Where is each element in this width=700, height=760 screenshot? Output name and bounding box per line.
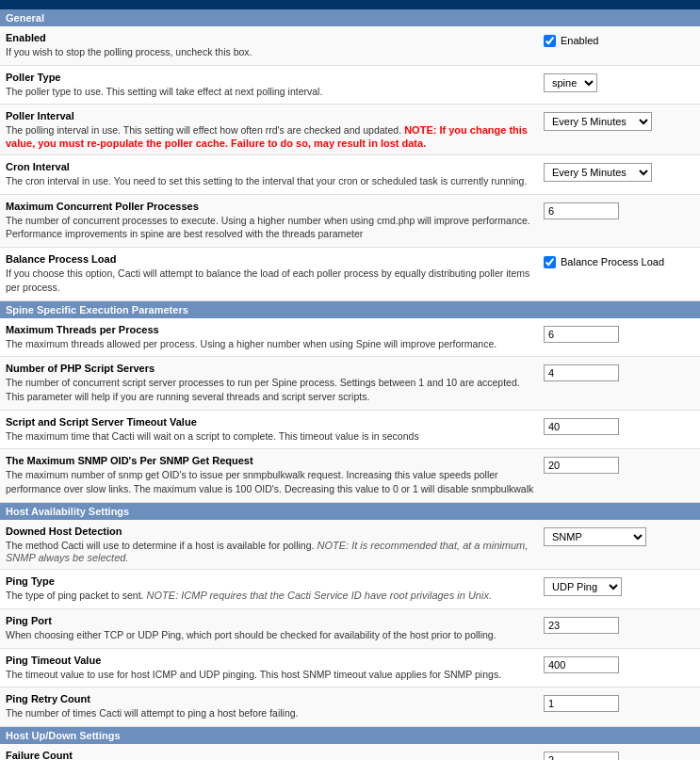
setting-control-script_timeout [544,416,694,435]
setting-row-failure_count: Failure Count The number of polling inte… [0,744,700,760]
setting-row-max_threads: Maximum Threads per Process The maximum … [0,318,700,358]
setting-control-enabled: Enabled [544,32,694,47]
setting-control-downed_host_detection: NonePingSNMPPing and SNMP [544,526,694,546]
setting-label-failure_count: Failure Count The number of polling inte… [6,750,544,760]
setting-row-php_script_servers: Number of PHP Script Servers The number … [0,357,700,410]
setting-control-poller_interval: Every 5 MinutesEvery 10 MinutesEvery 15 … [544,110,694,131]
setting-control-ping_timeout [544,655,694,673]
section-header-host_updown: Host Up/Down Settings [0,727,700,744]
setting-control-max_threads [544,324,694,343]
setting-label-max_snmp_oids: The Maximum SNMP OID's Per SNMP Get Requ… [6,455,544,495]
setting-title-ping_port: Ping Port [6,615,534,626]
setting-row-poller_interval: Poller Interval The polling interval in … [0,105,700,155]
select-downed_host_detection[interactable]: NonePingSNMPPing and SNMP [544,527,646,546]
setting-desc-ping_type: The type of ping packet to sent. [6,590,144,601]
setting-control-poller_type: cmdspine [544,72,694,92]
page-title [0,0,700,9]
setting-title-ping_type: Ping Type [6,575,534,587]
setting-title-enabled: Enabled [6,32,534,43]
setting-row-script_timeout: Script and Script Server Timeout Value T… [0,411,700,450]
setting-label-ping_retry: Ping Retry Count The number of times Cac… [6,693,544,720]
checkbox-label-enabled[interactable]: Enabled [544,34,598,47]
setting-row-max_snmp_oids: The Maximum SNMP OID's Per SNMP Get Requ… [0,449,700,502]
setting-title-max_threads: Maximum Threads per Process [6,324,534,335]
setting-row-max_concurrent_processes: Maximum Concurrent Poller Processes The … [0,195,700,248]
setting-label-poller_type: Poller Type The poller type to use. This… [6,72,544,99]
checkbox-enabled[interactable] [544,35,556,47]
input-php_script_servers[interactable] [544,364,619,381]
select-poller_interval[interactable]: Every 5 MinutesEvery 10 MinutesEvery 15 … [544,112,652,131]
setting-row-balance_process_load: Balance Process Load If you choose this … [0,248,700,300]
section-header-general: General [0,9,700,26]
page-wrapper: GeneralEnabled If you wish to stop the p… [0,0,700,760]
setting-label-enabled: Enabled If you wish to stop the polling … [6,32,544,59]
setting-row-ping_timeout: Ping Timeout Value The timeout value to … [0,649,700,688]
section-header-spine_specific: Spine Specific Execution Parameters [0,301,700,318]
setting-control-balance_process_load: Balance Process Load [544,253,694,268]
input-ping_retry[interactable] [544,695,619,712]
setting-control-php_script_servers [544,363,694,381]
setting-control-failure_count [544,750,694,760]
checkbox-label-balance_process_load[interactable]: Balance Process Load [544,255,664,268]
select-cron_interval[interactable]: Every 5 MinutesEvery 10 MinutesEvery 15 … [544,163,652,182]
setting-desc-ping_timeout: The timeout value to use for host ICMP a… [6,669,501,680]
input-max_snmp_oids[interactable] [544,457,619,474]
setting-desc-cron_interval: The cron interval in use. You need to se… [6,175,527,186]
setting-row-ping_port: Ping Port When choosing either TCP or UD… [0,609,700,649]
setting-label-cron_interval: Cron Interval The cron interval in use. … [6,161,544,188]
setting-label-max_concurrent_processes: Maximum Concurrent Poller Processes The … [6,201,544,241]
setting-desc-enabled: If you wish to stop the polling process,… [6,46,252,57]
setting-row-enabled: Enabled If you wish to stop the polling … [0,26,700,66]
setting-row-ping_retry: Ping Retry Count The number of times Cac… [0,687,700,727]
setting-desc-max_snmp_oids: The maximum number of snmp get OID's to … [6,469,533,494]
setting-label-max_threads: Maximum Threads per Process The maximum … [6,324,544,351]
setting-desc-php_script_servers: The number of concurrent script server p… [6,377,520,402]
setting-title-balance_process_load: Balance Process Load [6,253,534,265]
checkbox-text-enabled: Enabled [561,35,598,46]
setting-label-ping_type: Ping Type The type of ping packet to sen… [6,575,544,603]
setting-label-balance_process_load: Balance Process Load If you choose this … [6,253,544,294]
setting-label-php_script_servers: Number of PHP Script Servers The number … [6,363,544,403]
setting-desc-balance_process_load: If you choose this option, Cacti will at… [6,267,529,293]
setting-title-ping_retry: Ping Retry Count [6,693,534,704]
checkbox-balance_process_load[interactable] [544,256,556,268]
section-header-host_availability: Host Availability Settings [0,503,700,520]
setting-desc-max_threads: The maximum threads allowed per process.… [6,338,497,349]
setting-control-cron_interval: Every 5 MinutesEvery 10 MinutesEvery 15 … [544,161,694,182]
select-poller_type[interactable]: cmdspine [544,73,597,92]
setting-label-ping_port: Ping Port When choosing either TCP or UD… [6,615,544,642]
input-max_concurrent_processes[interactable] [544,202,619,219]
setting-desc-poller_interval: The polling interval in use. This settin… [6,124,401,136]
input-ping_timeout[interactable] [544,656,619,673]
input-max_threads[interactable] [544,326,619,343]
select-ping_type[interactable]: ICMP PingUDP PingTCP Ping [544,577,622,596]
setting-control-ping_type: ICMP PingUDP PingTCP Ping [544,575,694,596]
setting-title-ping_timeout: Ping Timeout Value [6,655,534,666]
setting-desc-ping_port: When choosing either TCP or UDP Ping, wh… [6,629,497,640]
setting-label-downed_host_detection: Downed Host Detection The method Cacti w… [6,526,544,564]
setting-title-script_timeout: Script and Script Server Timeout Value [6,416,534,428]
setting-title-max_snmp_oids: The Maximum SNMP OID's Per SNMP Get Requ… [6,455,534,466]
setting-title-cron_interval: Cron Interval [6,161,534,172]
setting-row-cron_interval: Cron Interval The cron interval in use. … [0,155,700,195]
setting-row-ping_type: Ping Type The type of ping packet to sen… [0,570,700,609]
setting-row-poller_type: Poller Type The poller type to use. This… [0,66,700,105]
setting-control-ping_port [544,615,694,634]
setting-italic-ping_type: NOTE: ICMP requires that the Cacti Servi… [144,590,492,601]
setting-title-max_concurrent_processes: Maximum Concurrent Poller Processes [6,201,534,212]
setting-label-script_timeout: Script and Script Server Timeout Value T… [6,416,544,444]
setting-control-max_snmp_oids [544,455,694,474]
checkbox-text-balance_process_load: Balance Process Load [561,256,664,267]
setting-desc-script_timeout: The maximum time that Cacti will wait on… [6,430,419,442]
sections-container: GeneralEnabled If you wish to stop the p… [0,9,700,760]
setting-desc-ping_retry: The number of times Cacti will attempt t… [6,707,298,719]
setting-title-poller_interval: Poller Interval [6,110,534,121]
setting-title-php_script_servers: Number of PHP Script Servers [6,363,534,374]
setting-desc-poller_type: The poller type to use. This setting wil… [6,86,322,97]
setting-label-poller_interval: Poller Interval The polling interval in … [6,110,544,149]
setting-row-downed_host_detection: Downed Host Detection The method Cacti w… [0,520,700,571]
setting-title-downed_host_detection: Downed Host Detection [6,526,534,537]
input-ping_port[interactable] [544,617,619,634]
input-script_timeout[interactable] [544,418,619,435]
input-failure_count[interactable] [544,752,619,760]
